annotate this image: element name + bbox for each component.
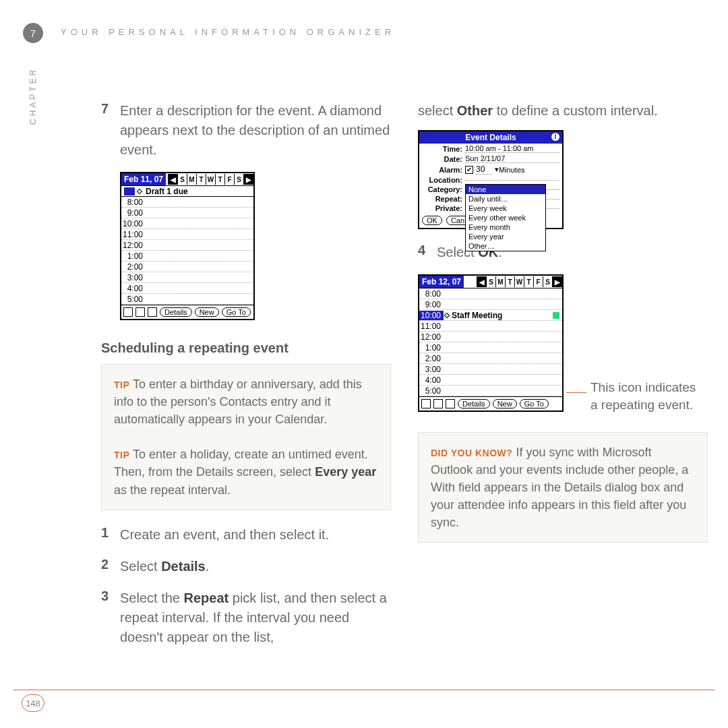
event-name[interactable]: Staff Meeting (452, 311, 502, 320)
calendar-day-screenshot-2: Feb 12, 07 ◀ S M T W T F S ▶ 8:00 9:00 1… (418, 274, 564, 412)
dialog-title: Event Details i (419, 131, 562, 144)
right-column: select Other to define a custom interval… (418, 101, 708, 659)
alarm-value[interactable]: 30 (476, 164, 492, 175)
chapter-number-badge: 7 (23, 23, 43, 43)
view-icon[interactable] (421, 399, 431, 408)
repeat-option[interactable]: Daily until… (466, 194, 545, 204)
view-icon[interactable] (135, 307, 145, 317)
repeat-option[interactable]: Every week (466, 204, 545, 213)
repeat-option[interactable]: None (466, 185, 545, 194)
prev-arrow-icon[interactable]: ◀ (169, 174, 178, 185)
repeat-option[interactable]: Every year (466, 232, 545, 241)
diamond-icon (444, 312, 450, 317)
footer-rule (13, 690, 715, 690)
step-number: 3 (101, 588, 120, 647)
left-column: 7 Enter a description for the event. A d… (101, 101, 391, 659)
dyk-label: DID YOU KNOW? (431, 448, 512, 458)
event-details-dialog-screenshot: Event Details i Time:10:00 am - 11:00 am… (418, 130, 564, 229)
continuation-text: select Other to define a custom interval… (418, 101, 708, 121)
calendar-day-screenshot-1: Feb 11, 07 ◀ S M T W T F S ▶ Draft 1 due (120, 172, 255, 320)
step-number: 7 (101, 101, 120, 160)
untimed-event-text: Draft 1 due (146, 187, 188, 196)
callout-leader-line (566, 392, 586, 393)
page-number: 148 (22, 694, 44, 712)
day-picker[interactable]: ◀ S M T W T F S ▶ (168, 174, 253, 185)
time-field[interactable]: 10:00 am - 11:00 am (465, 144, 559, 153)
date-field[interactable]: Sun 2/11/07 (465, 154, 559, 163)
alarm-checkbox[interactable]: ✔ (465, 166, 473, 174)
repeat-option[interactable]: Every month (466, 222, 545, 232)
step-number: 1 (101, 525, 120, 545)
new-button[interactable]: New (493, 399, 517, 408)
goto-button[interactable]: Go To (222, 307, 251, 317)
step-text: Select Details. (120, 557, 209, 576)
section-heading: Scheduling a repeating event (101, 340, 391, 356)
step-text: Select the Repeat pick list, and then se… (120, 588, 391, 647)
running-header: YOUR PERSONAL INFORMATION ORGANIZER (61, 27, 395, 37)
next-arrow-icon[interactable]: ▶ (553, 276, 562, 287)
day-picker[interactable]: ◀ S M T W T F S ▶ (477, 276, 562, 287)
repeat-picklist[interactable]: None Daily until… Every week Every other… (465, 184, 546, 251)
step-text: Create an event, and then select it. (120, 525, 329, 545)
details-button[interactable]: Details (160, 307, 192, 317)
tip-label: TIP (114, 380, 129, 390)
new-button[interactable]: New (195, 307, 219, 317)
diamond-icon (137, 188, 142, 193)
step-number: 4 (418, 243, 437, 262)
tip-label: TIP (114, 450, 129, 460)
view-icon[interactable] (148, 307, 157, 317)
tip-box: TIP To enter a birthday or anniversary, … (101, 364, 391, 510)
tip-text: To enter a birthday or anniversary, add … (114, 377, 362, 426)
repeat-event-icon (553, 312, 559, 319)
ok-button[interactable]: OK (422, 216, 442, 225)
palm-date: Feb 11, 07 (121, 173, 166, 185)
did-you-know-box: DID YOU KNOW? If you sync with Microsoft… (418, 432, 708, 543)
info-icon[interactable]: i (551, 133, 559, 141)
palm-date: Feb 12, 07 (419, 276, 464, 288)
goto-button[interactable]: Go To (520, 399, 549, 408)
alarm-unit[interactable]: Minutes (499, 166, 525, 174)
prev-arrow-icon[interactable]: ◀ (477, 276, 487, 287)
view-icon[interactable] (433, 399, 443, 408)
untimed-marker-icon (124, 187, 135, 195)
view-icon[interactable] (446, 399, 455, 408)
repeat-option[interactable]: Other… (466, 241, 545, 251)
step-number: 2 (101, 557, 120, 576)
chapter-side-label: CHAPTER (28, 67, 38, 125)
view-icon[interactable] (123, 307, 133, 317)
details-button[interactable]: Details (458, 399, 490, 408)
step-text: Enter a description for the event. A dia… (120, 101, 391, 160)
next-arrow-icon[interactable]: ▶ (244, 174, 253, 185)
callout-text: This icon indicates a repeating event. (590, 379, 698, 413)
repeat-option[interactable]: Every other week (466, 213, 545, 222)
